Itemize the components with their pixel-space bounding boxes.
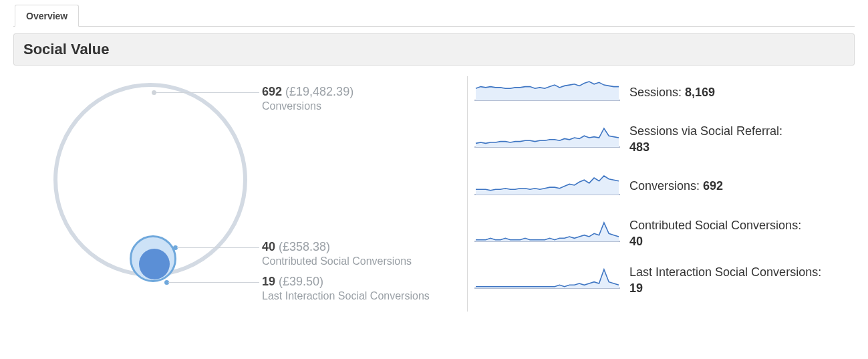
metric-value: 692 bbox=[703, 179, 723, 193]
sparkline bbox=[474, 264, 620, 296]
content-area: 692 (£19,482.39) Conversions 40 (£358.38… bbox=[13, 66, 855, 312]
metric-value: 40 bbox=[629, 235, 643, 248]
diagram-label-contributed: 40 (£358.38) Contributed Social Conversi… bbox=[262, 240, 412, 267]
metric-label: Last Interaction Social Conversions: 19 bbox=[629, 264, 821, 297]
metric-value: 483 bbox=[629, 140, 649, 154]
metric-label-text: Contributed Social Conversions: bbox=[629, 219, 801, 232]
metric-label-text: Conversions: bbox=[629, 179, 703, 193]
last-interaction-money: (£39.50) bbox=[279, 275, 323, 288]
metric-row: Conversions: 692 bbox=[474, 170, 855, 203]
metric-label: Contributed Social Conversions: 40 bbox=[629, 217, 801, 250]
metric-label: Sessions: 8,169 bbox=[629, 84, 715, 100]
circle-last-interaction bbox=[139, 249, 170, 279]
sparkline bbox=[474, 217, 620, 249]
metrics-column: Sessions: 8,169 Sessions via Social Refe… bbox=[468, 76, 855, 312]
metric-label-text: Last Interaction Social Conversions: bbox=[629, 265, 821, 279]
tab-overview[interactable]: Overview bbox=[15, 5, 79, 27]
conversions-number: 692 bbox=[262, 85, 282, 98]
leader-line bbox=[156, 92, 259, 93]
sparkline bbox=[474, 123, 620, 155]
panel-title: Social Value bbox=[13, 33, 855, 66]
diagram-label-last-interaction: 19 (£39.50) Last Interaction Social Conv… bbox=[262, 275, 430, 302]
sparkline bbox=[474, 76, 620, 108]
metric-label-text: Sessions: bbox=[629, 86, 685, 99]
conversions-label: Conversions bbox=[262, 100, 353, 112]
analytics-overview-page: Overview Social Value 692 (£19,482.39) bbox=[0, 3, 868, 325]
metric-value: 8,169 bbox=[685, 86, 715, 99]
leader-line bbox=[177, 247, 259, 248]
contributed-money: (£358.38) bbox=[279, 240, 330, 253]
metric-label-text: Sessions via Social Referral: bbox=[629, 124, 782, 138]
metric-row: Contributed Social Conversions: 40 bbox=[474, 217, 855, 250]
circle-diagram: 692 (£19,482.39) Conversions 40 (£358.38… bbox=[13, 76, 467, 310]
metric-row: Sessions via Social Referral: 483 bbox=[474, 123, 855, 156]
metric-row: Sessions: 8,169 bbox=[474, 76, 855, 108]
last-interaction-label: Last Interaction Social Conversions bbox=[262, 290, 430, 302]
last-interaction-number: 19 bbox=[262, 275, 275, 288]
tab-bar: Overview bbox=[13, 3, 855, 27]
contributed-number: 40 bbox=[262, 240, 275, 253]
conversions-money: (£19,482.39) bbox=[285, 85, 353, 98]
metric-value: 19 bbox=[629, 281, 643, 295]
leader-line bbox=[168, 282, 259, 283]
social-value-diagram: 692 (£19,482.39) Conversions 40 (£358.38… bbox=[13, 76, 468, 312]
metric-label: Conversions: 692 bbox=[629, 178, 723, 194]
contributed-label: Contributed Social Conversions bbox=[262, 255, 412, 267]
metric-label: Sessions via Social Referral: 483 bbox=[629, 123, 782, 156]
diagram-label-conversions: 692 (£19,482.39) Conversions bbox=[262, 85, 353, 112]
sparkline bbox=[474, 170, 620, 203]
metric-row: Last Interaction Social Conversions: 19 bbox=[474, 264, 855, 297]
